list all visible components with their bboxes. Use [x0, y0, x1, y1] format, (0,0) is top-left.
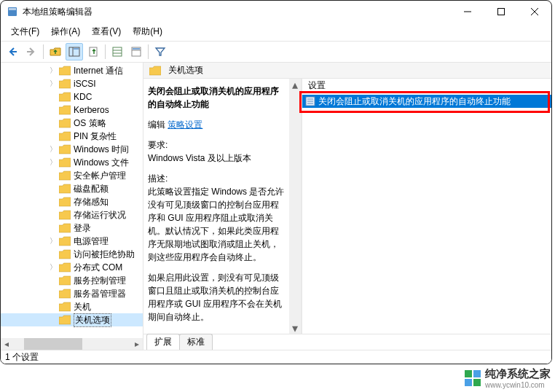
edit-policy-link[interactable]: 策略设置 [168, 119, 202, 130]
setting-label: 关闭会阻止或取消关机的应用程序的自动终止功能 [318, 95, 511, 108]
expand-chevron-icon[interactable]: 〉 [49, 79, 58, 88]
folder-icon [59, 302, 71, 312]
forward-button[interactable] [23, 43, 40, 60]
tree-item[interactable]: 〉电源管理 [1, 235, 143, 248]
menu-view[interactable]: 查看(V) [86, 24, 127, 39]
tree-item[interactable]: 〉磁盘配额 [1, 182, 143, 195]
tree-item[interactable]: 〉iSCSI [1, 77, 143, 90]
tree-horizontal-scrollbar[interactable]: ◂ ▸ [1, 338, 143, 350]
content-area: 〉Internet 通信〉iSCSI〉KDC〉Kerberos〉OS 策略〉PI… [1, 63, 551, 350]
watermark: 纯净系统之家 www.ycwin10.com [465, 367, 551, 389]
menubar: 文件(F) 操作(A) 查看(V) 帮助(H) [1, 23, 551, 41]
scrollbar-thumb[interactable] [24, 338, 82, 350]
menu-action[interactable]: 操作(A) [45, 24, 86, 39]
tree-item-label: Windows 时间 [74, 144, 129, 156]
svg-rect-25 [473, 379, 481, 386]
policy-title: 关闭会阻止或取消关机的应用程序的自动终止功能 [148, 85, 285, 111]
up-folder-button[interactable] [47, 43, 64, 60]
tree-item[interactable]: 〉KDC [1, 90, 143, 103]
pane-header: 关机选项 [143, 63, 551, 79]
folder-icon [59, 144, 71, 154]
svg-rect-24 [465, 379, 472, 386]
tree-item-label: KDC [74, 92, 92, 102]
expand-chevron-icon[interactable]: 〉 [49, 237, 58, 246]
expand-chevron-icon[interactable]: 〉 [49, 66, 58, 75]
folder-icon [59, 236, 71, 246]
policy-icon [305, 96, 315, 106]
menu-file[interactable]: 文件(F) [5, 24, 45, 39]
tree-item[interactable]: 〉访问被拒绝协助 [1, 248, 143, 261]
svg-rect-11 [90, 47, 97, 56]
tree-item[interactable]: 〉分布式 COM [1, 261, 143, 274]
svg-rect-17 [133, 48, 140, 50]
description-scrollbar[interactable]: ▴ ▾ [289, 79, 301, 334]
tree-item[interactable]: 〉服务器管理器 [1, 287, 143, 300]
export-button[interactable] [84, 43, 102, 60]
tree-item-label: 访问被拒绝协助 [74, 248, 135, 261]
statusbar: 1 个设置 [1, 350, 551, 364]
svg-rect-23 [473, 370, 481, 377]
watermark-brand: 纯净系统之家 [485, 367, 551, 380]
titlebar: 本地组策略编辑器 [1, 1, 551, 23]
properties-button[interactable] [127, 43, 145, 60]
description-text-2: 如果启用此设置，则没有可见顶级窗口且阻止或取消关机的控制台应用程序或 GUI 应… [148, 271, 285, 324]
app-window: 本地组策略编辑器 文件(F) 操作(A) 查看(V) 帮助(H) 〉Intern… [0, 0, 552, 364]
tree-item-label: 服务器管理器 [74, 288, 126, 300]
tree-item[interactable]: 〉Windows 文件 [1, 156, 143, 169]
tree-item[interactable]: 〉服务控制管理 [1, 274, 143, 287]
tab-standard[interactable]: 标准 [179, 334, 213, 350]
settings-column: 设置 关闭会阻止或取消关机的应用程序的自动终止功能 [302, 79, 551, 334]
tab-extended[interactable]: 扩展 [146, 334, 180, 350]
scroll-up-icon[interactable]: ▴ [289, 79, 301, 90]
folder-icon [59, 275, 71, 286]
maximize-button[interactable] [484, 1, 518, 23]
toolbar-separator [43, 44, 44, 59]
window-title: 本地组策略编辑器 [23, 6, 451, 18]
status-text: 1 个设置 [5, 351, 39, 364]
menu-help[interactable]: 帮助(H) [127, 24, 168, 39]
description-column: 关闭会阻止或取消关机的应用程序的自动终止功能 编辑 策略设置 要求: Windo… [143, 79, 289, 334]
expand-chevron-icon[interactable]: 〉 [49, 263, 58, 272]
setting-row[interactable]: 关闭会阻止或取消关机的应用程序的自动终止功能 [302, 95, 551, 108]
tree-item-label: 关机选项 [74, 313, 111, 327]
watermark-url: www.ycwin10.com [485, 381, 551, 389]
tree-item[interactable]: 〉PIN 复杂性 [1, 130, 143, 143]
tree-item[interactable]: 〉存储感知 [1, 195, 143, 208]
svg-rect-1 [9, 8, 16, 10]
svg-rect-3 [498, 9, 505, 15]
tree-item-label: OS 策略 [74, 117, 106, 130]
tree-item[interactable]: 〉Internet 通信 [1, 64, 143, 77]
tree-item[interactable]: 〉存储运行状况 [1, 208, 143, 222]
tree-item[interactable]: 〉关机 [1, 300, 143, 313]
show-tree-button[interactable] [66, 43, 83, 60]
filter-button[interactable] [151, 43, 169, 60]
scroll-right-icon[interactable]: ▸ [131, 338, 143, 350]
tree-item[interactable]: 〉安全帐户管理 [1, 169, 143, 182]
back-button[interactable] [4, 43, 21, 60]
tree-item[interactable]: 〉Windows 时间 [1, 143, 143, 156]
tree-item[interactable]: 〉关机选项 [1, 313, 143, 326]
refresh-button[interactable] [109, 43, 126, 60]
tree-item-label: 分布式 COM [74, 262, 122, 274]
folder-icon [59, 210, 71, 220]
scroll-down-icon[interactable]: ▾ [289, 322, 301, 334]
toolbar-separator [148, 44, 149, 59]
settings-column-header[interactable]: 设置 [302, 79, 551, 93]
navigation-tree[interactable]: 〉Internet 通信〉iSCSI〉KDC〉Kerberos〉OS 策略〉PI… [1, 63, 143, 350]
svg-rect-12 [113, 47, 122, 56]
minimize-button[interactable] [451, 1, 484, 23]
expand-chevron-icon[interactable]: 〉 [49, 158, 58, 167]
folder-icon [59, 262, 71, 273]
expand-chevron-icon[interactable]: 〉 [49, 145, 58, 154]
tree-item[interactable]: 〉Kerberos [1, 103, 143, 117]
tree-item[interactable]: 〉登录 [1, 222, 143, 235]
settings-list: 关闭会阻止或取消关机的应用程序的自动终止功能 [302, 93, 551, 109]
tree-item[interactable]: 〉OS 策略 [1, 117, 143, 130]
tree-item-label: 存储运行状况 [74, 209, 126, 222]
folder-icon [59, 118, 71, 128]
close-button[interactable] [518, 1, 551, 23]
folder-icon [59, 131, 71, 141]
scroll-left-icon[interactable]: ◂ [1, 338, 12, 350]
tree-item-label: 安全帐户管理 [74, 170, 126, 182]
description-text-1: 此策略设置指定 Windows 是否允许没有可见顶级窗口的控制台应用程序和 GU… [148, 185, 285, 264]
